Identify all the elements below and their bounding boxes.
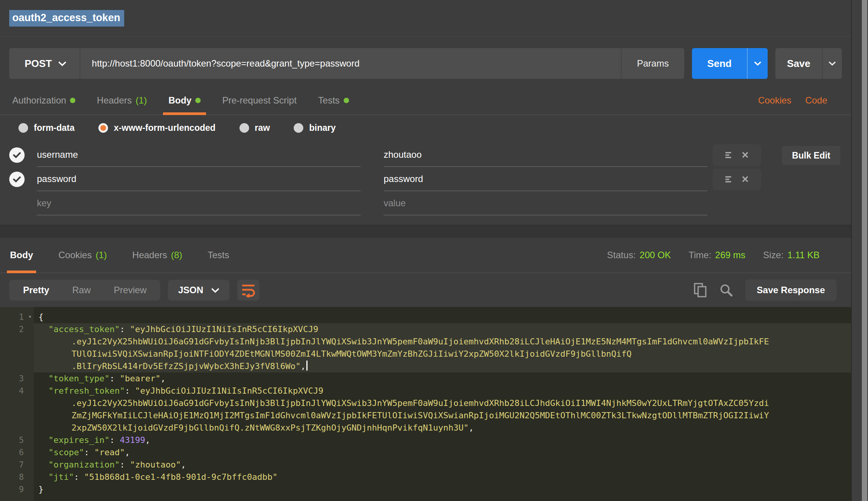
line-number: 2 [0,323,34,336]
code-line-body: "token_type": "bearer", [34,372,851,385]
token: ZmZjMGFkYmIiLCJleHAiOjE1MzQ1MjI2MTgsImF1… [72,411,769,420]
fold-arrow-icon[interactable]: ▾ [28,311,32,323]
request-tab-pre-request-script[interactable]: Pre-request Script [222,87,296,114]
scrollbar-thumb[interactable] [862,0,867,501]
code-text: "organization": "zhoutaoo", [34,459,851,471]
token: .BlIryRbSL414rDv5EfzZSjpjvWybcX3hEJy3fV8… [72,361,301,371]
format-dropdown[interactable]: JSON [168,280,229,301]
close-icon [742,151,749,159]
key-field[interactable]: password [37,167,361,191]
response-tab-cookies[interactable]: Cookies(1) [58,238,107,272]
code-line: 3"token_type": "bearer", [0,372,851,385]
token: , [145,435,150,445]
url-input[interactable]: http://host1:8000/oauth/token?scope=read… [80,48,621,79]
row-checkbox[interactable] [9,147,25,163]
line-number: 7 [0,459,34,471]
body-mode-raw[interactable]: raw [239,123,270,133]
token: : [74,472,84,482]
search-icon [719,283,733,297]
check-icon [13,176,21,183]
code-line: 1▾{ [0,311,851,323]
body-mode-label: x-www-form-urlencoded [114,123,216,133]
request-tabs-list: AuthorizationHeaders(1)BodyPre-request S… [12,87,371,114]
view-raw[interactable]: Raw [61,285,102,296]
value-field[interactable]: zhoutaoo [384,143,707,167]
code-line: 5"expires_in": 43199, [0,434,851,446]
token: "zhoutaoo" [130,460,181,469]
row-menu-button[interactable] [725,152,732,159]
row-remove-button[interactable] [742,151,749,159]
save-button[interactable]: Save [775,48,822,79]
view-pretty[interactable]: Pretty [12,285,61,296]
value-field[interactable]: value [384,191,707,215]
response-tab-headers[interactable]: Headers(8) [132,238,182,272]
wrap-text-button[interactable] [237,280,259,301]
request-tab-tests[interactable]: Tests [318,87,349,114]
tab-label: Tests [318,95,340,106]
token: "expires_in" [48,435,110,445]
token: .eyJ1c2VyX25hbWUiOiJ6aG91dGFvbyIsInNjb3B… [72,398,769,408]
row-actions-cell [707,191,765,215]
body-mode-form-data[interactable]: form-data [18,123,75,133]
radio-icon [18,123,28,133]
code-line: ZmZjMGFkYmIiLCJleHAiOjE1MzQ1MjI2MTgsImF1… [0,409,851,422]
key-field[interactable]: key [37,191,361,215]
meta-value: 200 OK [640,250,671,260]
row-remove-button[interactable] [742,175,749,183]
params-button[interactable]: Params [621,48,684,79]
code-line: .eyJ1c2VyX25hbWUiOiJ6aG91dGFvbyIsInNjb3B… [0,336,851,348]
body-mode-label: form-data [34,123,75,133]
line-number: 1▾ [0,311,34,323]
send-button-group: Send [692,48,768,79]
tab-label: Headers [97,95,132,106]
row-actions [713,144,761,166]
line-number [0,397,34,409]
response-tab-body[interactable]: Body [10,238,33,272]
token: : [110,374,120,383]
request-builder: POST http://host1:8000/oauth/token?scope… [0,37,851,215]
view-preview[interactable]: Preview [102,285,158,296]
request-tab-headers[interactable]: Headers(1) [97,87,147,114]
send-dropdown-button[interactable] [747,48,768,79]
body-mode-binary[interactable]: binary [294,123,336,133]
search-response-button[interactable] [719,283,733,297]
value-field[interactable]: password [384,167,707,191]
cookies-link[interactable]: Cookies [758,95,792,106]
save-dropdown-button[interactable] [822,48,842,79]
response-meta: Status:200 OKTime:269 msSize:1.11 KB [607,250,841,261]
key-field[interactable]: username [37,143,361,167]
token: TUlOIiwiSVQiXSwianRpIjoiNTFiODY4ZDEtMGNl… [72,349,632,359]
response-toolbar: PrettyRawPreview JSON [0,273,851,307]
request-tab-title[interactable]: oauth2_access_token [9,10,124,27]
send-button[interactable]: Send [692,48,747,79]
method-dropdown[interactable]: POST [9,48,80,79]
token: 43199 [120,435,145,445]
copy-response-button[interactable] [694,283,707,297]
response-body-viewer[interactable]: 1▾{2"access_token": "eyJhbGciOiJIUzI1NiI… [0,307,851,501]
meta-value: 1.11 KB [787,250,820,260]
token: "token_type" [48,374,110,383]
response-meta-status: Status:200 OK [607,250,671,261]
body-mode-x-www-form-urlencoded[interactable]: x-www-form-urlencoded [98,123,216,133]
tab-label: Cookies [58,250,92,261]
row-checkbox[interactable] [9,172,25,187]
token: "scope" [48,448,84,457]
bulk-edit-button[interactable]: Bulk Edit [782,146,840,165]
request-tab-authorization[interactable]: Authorization [12,87,75,114]
copy-icon [694,283,707,297]
token: , [181,460,186,469]
code-line: 2"access_token": "eyJhbGciOiJIUzI1NiIsIn… [0,323,851,336]
code-line-body: "jti": "51b868d1-0ce1-4fb8-901d-9c7bffc0… [34,471,851,483]
line-number: 3 [0,372,34,385]
code-text: .eyJ1c2VyX25hbWUiOiJ6aG91dGFvbyIsInNjb3B… [34,336,851,348]
code-text: "access_token": "eyJhbGciOiJIUzI1NiIsInR… [34,323,851,336]
request-tab-body[interactable]: Body [168,87,201,114]
save-response-button[interactable]: Save Response [745,279,836,301]
row-checkbox-cell [9,167,37,191]
code-link[interactable]: Code [805,95,827,106]
token: , [125,448,130,457]
pane-divider[interactable] [0,225,851,238]
response-tab-tests[interactable]: Tests [208,238,229,272]
row-menu-button[interactable] [725,176,732,183]
code-line: .BlIryRbSL414rDv5EfzZSjpjvWybcX3hEJy3fV8… [0,360,851,372]
